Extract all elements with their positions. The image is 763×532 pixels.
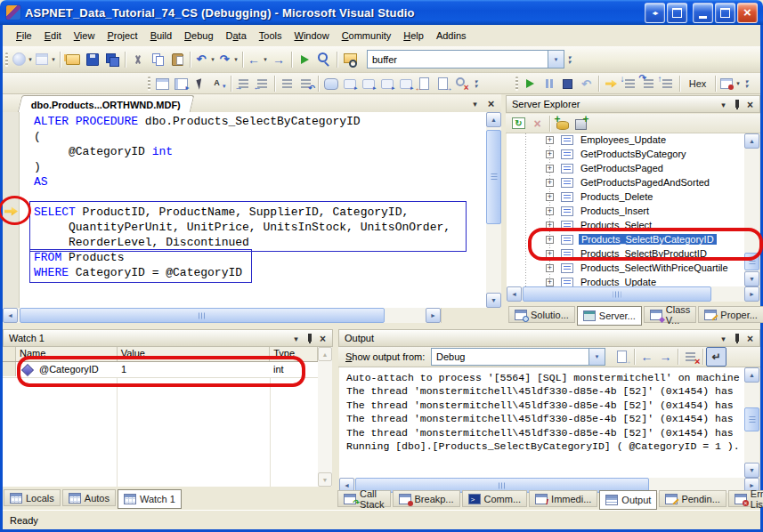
copy-button[interactable] (148, 50, 167, 69)
output-caption[interactable]: Output (338, 329, 760, 347)
toolbar-grip[interactable] (148, 77, 150, 91)
outdent-button[interactable] (253, 75, 272, 93)
code-content[interactable]: ALTER PROCEDURE dbo.Products_SelectByCat… (34, 114, 450, 280)
expand-icon[interactable]: + (546, 222, 554, 230)
save-all-button[interactable] (102, 50, 122, 69)
toolbar-overflow-icon[interactable] (742, 75, 751, 93)
window-position-icon[interactable] (717, 99, 730, 111)
scroll-up-icon[interactable] (744, 367, 759, 383)
watch-tab-locals[interactable]: Locals (4, 489, 61, 506)
output-vertical-scrollbar[interactable] (744, 367, 759, 478)
maximize-icon[interactable] (715, 3, 735, 23)
cut-button[interactable] (128, 50, 148, 69)
stop-refresh-button[interactable] (528, 115, 547, 133)
toolbar-grip[interactable] (515, 77, 518, 91)
tree-item[interactable]: +Products_SelectByCategoryID (507, 233, 744, 247)
sort-button[interactable] (209, 75, 228, 93)
tree-item[interactable]: +GetProductsPaged (507, 162, 744, 176)
show-next-statement-button[interactable] (602, 75, 621, 93)
restart-button[interactable] (577, 75, 596, 93)
connect-database-button[interactable] (553, 115, 572, 133)
toolbar-overflow-icon[interactable] (564, 51, 574, 69)
editor-horizontal-scrollbar[interactable] (3, 308, 441, 323)
column-header-name[interactable]: Name (16, 347, 118, 361)
indent-button[interactable] (234, 75, 253, 93)
callout-right-button[interactable] (359, 75, 377, 93)
step-over-button[interactable] (639, 75, 658, 93)
rounded-rect-button[interactable] (321, 75, 340, 93)
expand-icon[interactable]: + (546, 250, 554, 258)
document-tab[interactable]: dbo.Products...ORTHWND.MDF) (18, 95, 195, 113)
tree-vertical-scrollbar[interactable] (744, 133, 759, 286)
watch-row[interactable]: @CategoryID1int (3, 362, 318, 378)
watch-tab-watch-1[interactable]: Watch 1 (118, 489, 182, 509)
menu-addins[interactable]: Addins (430, 28, 473, 44)
document-list-icon[interactable] (468, 97, 482, 110)
splitter[interactable] (441, 308, 502, 323)
scroll-right-icon[interactable] (744, 286, 759, 302)
column-header-value[interactable]: Value (118, 347, 270, 361)
scroll-down-icon[interactable] (744, 271, 759, 286)
toggle-wordwrap-button[interactable] (706, 347, 726, 367)
expand-icon[interactable]: + (546, 165, 554, 173)
close-icon[interactable] (316, 333, 329, 345)
server-explorer-tab-server-[interactable]: Server... (577, 306, 642, 326)
menu-tools[interactable]: Tools (253, 28, 288, 44)
find-in-files-button[interactable] (340, 50, 360, 69)
output-tab-pendin-[interactable]: Pendin... (659, 490, 726, 507)
chevron-down-icon[interactable] (548, 51, 564, 68)
find-remove-button[interactable] (452, 75, 471, 93)
close-icon[interactable] (737, 3, 758, 23)
menu-community[interactable]: Community (336, 28, 398, 44)
callout-back-button[interactable] (377, 75, 396, 93)
output-tab-error-list[interactable]: Error List (728, 490, 763, 507)
breakpoints-window-button[interactable] (718, 75, 742, 93)
continue-button[interactable] (521, 75, 540, 93)
tree-item[interactable]: +Products_SelectByProductID (507, 247, 744, 262)
refresh-button[interactable] (509, 115, 528, 133)
tree-item[interactable]: +Products_Update (507, 276, 744, 286)
scrollbar-thumb[interactable] (744, 253, 759, 270)
menu-file[interactable]: File (10, 28, 38, 44)
add-item-button[interactable] (34, 50, 57, 69)
scrollbar-thumb[interactable] (486, 130, 501, 224)
editor-vertical-scrollbar[interactable] (486, 112, 501, 308)
menu-data[interactable]: Data (220, 28, 253, 44)
menu-window[interactable]: Window (288, 28, 335, 44)
save-button[interactable] (83, 50, 102, 69)
scroll-up-icon[interactable] (744, 133, 759, 149)
undo-button[interactable] (193, 50, 216, 69)
open-file-button[interactable] (63, 50, 83, 69)
expand-icon[interactable]: + (546, 236, 554, 244)
undo-checkout-button[interactable] (296, 75, 315, 93)
window-switch-icon[interactable] (667, 3, 687, 23)
menu-project[interactable]: Project (101, 28, 143, 44)
minimize-icon[interactable] (693, 3, 713, 23)
window-position-icon[interactable] (717, 333, 730, 345)
page-back-button[interactable] (415, 75, 434, 93)
stop-debug-button[interactable] (558, 75, 577, 93)
expand-icon[interactable]: + (546, 278, 554, 286)
menu-help[interactable]: Help (397, 28, 430, 44)
menu-debug[interactable]: Debug (178, 28, 219, 44)
tree-horizontal-scrollbar[interactable] (507, 286, 759, 302)
pause-button[interactable] (540, 75, 558, 93)
output-tab-immedi-[interactable]: Immedi... (529, 490, 597, 507)
server-explorer-tab-proper-[interactable]: Proper... (698, 306, 763, 323)
scroll-left-icon[interactable] (3, 308, 18, 323)
step-into-button[interactable] (621, 75, 639, 93)
server-explorer-tree[interactable]: +Employees_Update+GetProductsByCategory+… (507, 133, 744, 286)
chevron-down-icon[interactable] (588, 349, 605, 365)
expand-icon[interactable]: + (546, 150, 554, 158)
pin-icon[interactable] (730, 333, 743, 345)
connect-server-button[interactable] (572, 115, 590, 133)
server-explorer-tab-solutio-[interactable]: Solutio... (508, 306, 575, 323)
output-text-area[interactable]: Auto-attach to process '[5564] [SQL] mon… (339, 367, 744, 478)
page-forward-button[interactable] (434, 75, 452, 93)
pointer-button[interactable] (191, 75, 209, 93)
tree-item[interactable]: +Products_Delete (507, 190, 744, 205)
output-tab-output[interactable]: Output (599, 490, 657, 510)
close-icon[interactable] (743, 99, 757, 111)
close-icon[interactable] (743, 333, 757, 345)
expand-icon[interactable]: + (546, 264, 554, 272)
